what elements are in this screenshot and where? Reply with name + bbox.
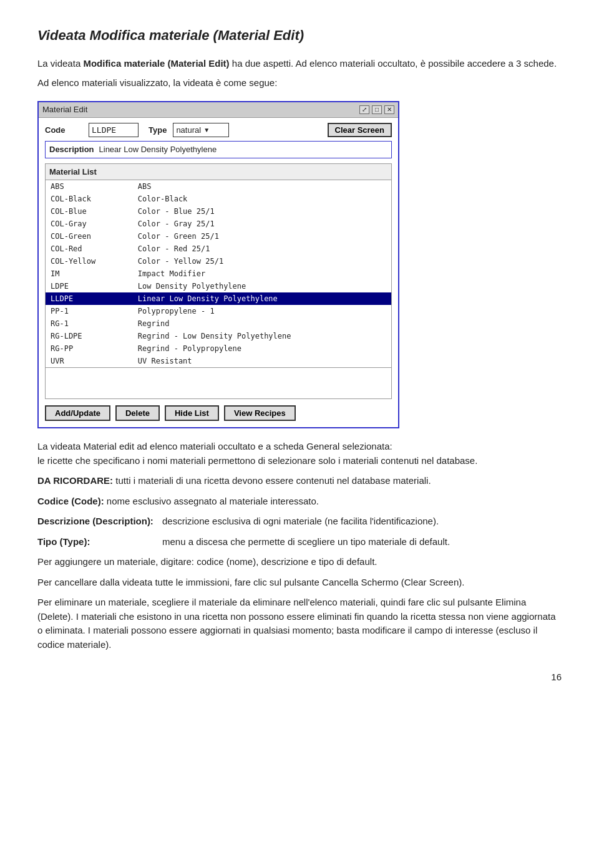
material-code-cell: ABS (46, 180, 133, 193)
list-item[interactable]: COL-BlackColor-Black (46, 193, 392, 205)
top-row: Code LLDPE Type natural ▼ Clear Screen (45, 123, 392, 138)
code-input[interactable]: LLDPE (89, 123, 139, 138)
body-text: La videata Material edit ad elenco mater… (37, 440, 562, 652)
material-desc-cell: Low Density Polyethylene (133, 280, 392, 292)
material-list-table: ABSABSCOL-BlackColor-BlackCOL-BlueColor … (45, 180, 392, 368)
material-code-cell: COL-Yellow (46, 255, 133, 268)
window-body: Code LLDPE Type natural ▼ Clear Screen D… (39, 118, 398, 428)
list-spacer (45, 368, 392, 399)
desc-def-text: descrizione esclusiva di ogni materiale … (162, 514, 562, 529)
material-list-header: Material List (45, 163, 392, 181)
clear-screen-button[interactable]: Clear Screen (328, 123, 392, 137)
type-definition-row: Tipo (Type): menu a discesa che permette… (37, 535, 562, 549)
material-code-cell: COL-Green (46, 230, 133, 243)
material-desc-cell: Color - Green 25/1 (133, 230, 392, 243)
list-item[interactable]: IMImpact Modifier (46, 268, 392, 280)
type-def-label: Tipo (Type): (37, 535, 162, 549)
list-item[interactable]: ABSABS (46, 180, 392, 193)
list-item[interactable]: COL-GreenColor - Green 25/1 (46, 230, 392, 243)
window-controls: ⤢ □ ✕ (359, 105, 394, 114)
description-label: Description (49, 143, 94, 156)
list-item[interactable]: LDPELow Density Polyethylene (46, 280, 392, 292)
list-item[interactable]: COL-RedColor - Red 25/1 (46, 243, 392, 255)
delete-button[interactable]: Delete (115, 405, 160, 421)
add-update-button[interactable]: Add/Update (45, 405, 110, 421)
code-definition: Codice (Code): nome esclusivo assegnato … (37, 494, 562, 509)
hide-list-button[interactable]: Hide List (165, 405, 219, 421)
material-desc-cell: Color-Black (133, 193, 392, 205)
material-desc-cell: Regrind - Low Density Polyethylene (133, 330, 392, 342)
list-item[interactable]: RG-PPRegrind - Polypropylene (46, 342, 392, 355)
window-title-label: Material Edit (42, 104, 87, 116)
material-code-cell: PP-1 (46, 305, 133, 317)
close-icon[interactable]: ✕ (384, 105, 394, 114)
list-item[interactable]: LLDPELinear Low Density Polyethylene (46, 292, 392, 305)
material-code-cell: COL-Gray (46, 218, 133, 230)
material-desc-cell: UV Resistant (133, 355, 392, 368)
code-def-label: Codice (Code): (37, 496, 104, 506)
material-edit-window: Material Edit ⤢ □ ✕ Code LLDPE Type natu… (37, 101, 399, 428)
type-value: natural (176, 124, 201, 137)
material-desc-cell: Linear Low Density Polyethylene (133, 292, 392, 305)
bottom-buttons: Add/Update Delete Hide List View Recipes (45, 405, 392, 421)
material-desc-cell: Regrind - Polypropylene (133, 342, 392, 355)
material-desc-cell: Color - Blue 25/1 (133, 205, 392, 218)
list-item[interactable]: COL-YellowColor - Yellow 25/1 (46, 255, 392, 268)
material-code-cell: LDPE (46, 280, 133, 292)
caption-paragraph: La videata Material edit ad elenco mater… (37, 440, 562, 468)
caption-text-1: La videata Material edit ad elenco mater… (37, 441, 392, 451)
material-code-cell: RG-LDPE (46, 330, 133, 342)
code-def-text: nome esclusivo assegnato al materiale in… (107, 496, 319, 506)
description-value: Linear Low Density Polyethylene (99, 143, 387, 156)
material-code-cell: RG-1 (46, 317, 133, 330)
list-item[interactable]: COL-BlueColor - Blue 25/1 (46, 205, 392, 218)
list-item[interactable]: PP-1Polypropylene - 1 (46, 305, 392, 317)
description-row: Description Linear Low Density Polyethyl… (45, 141, 392, 158)
intro-paragraph: La videata Modifica materiale (Material … (37, 57, 562, 71)
restore-icon[interactable]: ⤢ (359, 105, 369, 114)
list-item[interactable]: COL-GrayColor - Gray 25/1 (46, 218, 392, 230)
material-desc-cell: Regrind (133, 317, 392, 330)
material-desc-cell: Color - Gray 25/1 (133, 218, 392, 230)
material-code-cell: RG-PP (46, 342, 133, 355)
material-desc-cell: ABS (133, 180, 392, 193)
page-title: Videata Modifica materiale (Material Edi… (37, 25, 562, 46)
description-definition-row: Descrizione (Description): descrizione e… (37, 514, 562, 529)
reminder-text: tutti i materiali di una ricetta devono … (115, 475, 431, 486)
list-item[interactable]: RG-LDPERegrind - Low Density Polyethylen… (46, 330, 392, 342)
reminder-paragraph: DA RICORDARE: tutti i materiali di una r… (37, 474, 562, 488)
material-code-cell: COL-Blue (46, 205, 133, 218)
para2: Per cancellare dalla videata tutte le im… (37, 576, 562, 590)
page-number: 16 (37, 670, 562, 685)
material-desc-cell: Color - Red 25/1 (133, 243, 392, 255)
material-code-cell: UVR (46, 355, 133, 368)
para1: Per aggiungere un materiale, digitare: c… (37, 555, 562, 569)
caption-text-2: le ricette che specificano i nomi materi… (37, 455, 477, 466)
type-select[interactable]: natural ▼ (173, 123, 229, 138)
window-titlebar: Material Edit ⤢ □ ✕ (39, 102, 398, 118)
type-def-text: menu a discesa che permette di scegliere… (162, 535, 562, 549)
maximize-icon[interactable]: □ (372, 105, 382, 114)
material-code-cell: COL-Black (46, 193, 133, 205)
desc-def-label: Descrizione (Description): (37, 514, 162, 529)
type-label: Type (149, 124, 167, 137)
material-desc-cell: Impact Modifier (133, 268, 392, 280)
material-code-cell: COL-Red (46, 243, 133, 255)
reminder-label: DA RICORDARE: (37, 475, 113, 486)
code-label: Code (45, 124, 82, 137)
material-code-cell: IM (46, 268, 133, 280)
list-item[interactable]: UVRUV Resistant (46, 355, 392, 368)
dropdown-arrow-icon: ▼ (203, 125, 210, 135)
material-desc-cell: Color - Yellow 25/1 (133, 255, 392, 268)
list-item[interactable]: RG-1Regrind (46, 317, 392, 330)
material-code-cell: LLDPE (46, 292, 133, 305)
para3: Per eliminare un materiale, scegliere il… (37, 596, 562, 652)
intro-paragraph-2: Ad elenco materiali visualizzato, la vid… (37, 76, 562, 90)
bold-app-name: Modifica materiale (Material Edit) (83, 58, 229, 69)
material-desc-cell: Polypropylene - 1 (133, 305, 392, 317)
view-recipes-button[interactable]: View Recipes (224, 405, 296, 421)
